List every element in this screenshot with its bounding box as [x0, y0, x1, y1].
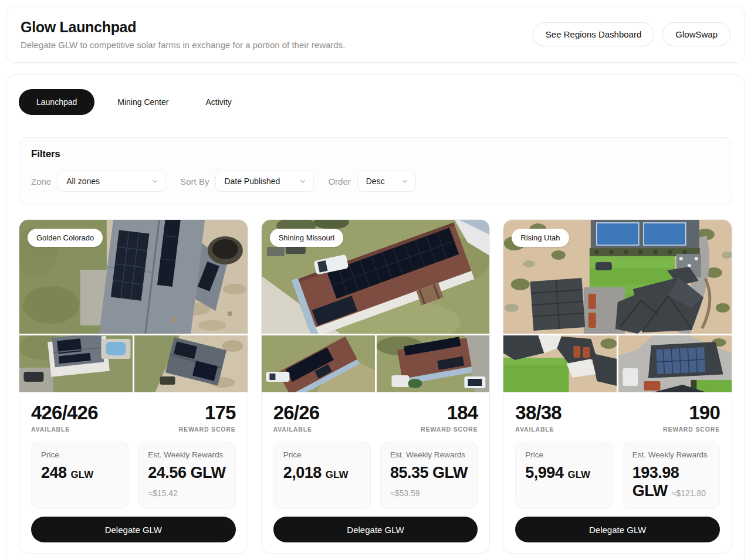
zone-select-value: All zones: [66, 177, 100, 186]
farm-info-boxes: Price 5,994 GLW Est. Weekly Rewards 193.…: [515, 442, 720, 509]
sort-filter-label: Sort By: [180, 177, 209, 186]
order-select[interactable]: Desc: [357, 171, 416, 192]
available-value: 26/26: [273, 402, 320, 423]
farm-photo-thumb-2[interactable]: [134, 335, 248, 392]
reward-score-stat: 190 REWARD SCORE: [663, 402, 720, 433]
farm-card-body: 426/426 AVAILABLE 175 REWARD SCORE Price: [19, 392, 248, 553]
reward-score-label: REWARD SCORE: [421, 426, 478, 433]
rewards-box: Est. Weekly Rewards 85.35 GLW ≈$53.59: [380, 442, 478, 509]
zone-select[interactable]: All zones: [57, 171, 166, 192]
farm-stats: 426/426 AVAILABLE 175 REWARD SCORE: [31, 402, 236, 433]
available-label: AVAILABLE: [273, 426, 320, 433]
farm-card-grid: Golden Colorado: [19, 219, 732, 554]
available-label: AVAILABLE: [31, 426, 98, 433]
price-value: 248 GLW: [41, 464, 119, 482]
tab-launchpad[interactable]: Launchpad: [19, 89, 94, 115]
aerial-photo-barn-solar-2: [262, 335, 375, 392]
farm-card-golden-colorado: Golden Colorado: [19, 219, 248, 554]
available-stat: 38/38 AVAILABLE: [515, 402, 561, 433]
farm-photos: Shining Missouri: [262, 220, 490, 392]
rewards-label: Est. Weekly Rewards: [148, 450, 225, 459]
main-panel: Launchpad Mining Center Activity Filters…: [6, 74, 745, 560]
farm-card-rising-utah: Rising Utah: [503, 219, 732, 554]
header-actions: See Regions Dashboard GlowSwap: [533, 22, 730, 46]
aerial-photo-house-pool: [19, 335, 133, 392]
price-unit: GLW: [567, 469, 590, 480]
delegate-glw-button[interactable]: Delegate GLW: [515, 517, 720, 542]
chevron-down-icon: [151, 178, 158, 185]
farm-photo-thumb-1[interactable]: [262, 335, 375, 392]
tab-mining-center[interactable]: Mining Center: [103, 89, 182, 115]
rewards-value: 85.35 GLW ≈$53.59: [390, 464, 468, 500]
farm-photo-thumbs: [503, 335, 732, 392]
farm-photo-main[interactable]: Golden Colorado: [19, 220, 248, 334]
rewards-usd-approx: ≈$121.80: [672, 488, 706, 498]
price-box: Price 5,994 GLW: [515, 442, 613, 509]
page-subtitle: Delegate GLW to competitive solar farms …: [21, 40, 345, 50]
reward-score-label: REWARD SCORE: [179, 426, 236, 433]
see-regions-dashboard-button[interactable]: See Regions Dashboard: [533, 22, 654, 46]
farm-zone-badge: Rising Utah: [512, 229, 569, 247]
farm-card-body: 38/38 AVAILABLE 190 REWARD SCORE Price: [503, 392, 732, 553]
header-text: Glow Launchpad Delegate GLW to competiti…: [21, 19, 345, 50]
filters-panel: Filters Zone All zones Sort By Date Publ…: [19, 137, 732, 205]
page-title: Glow Launchpad: [21, 19, 345, 36]
reward-score-value: 184: [421, 402, 478, 423]
rewards-label: Est. Weekly Rewards: [390, 450, 468, 459]
rewards-usd-approx: ≈$53.59: [390, 488, 420, 498]
order-filter-label: Order: [328, 177, 350, 186]
available-value: 38/38: [515, 402, 561, 423]
available-stat: 26/26 AVAILABLE: [273, 402, 320, 433]
farm-photos: Golden Colorado: [19, 220, 248, 392]
aerial-photo-barn-solar-3: [377, 335, 490, 392]
zone-filter-group: Zone All zones: [31, 171, 166, 192]
price-value: 2,018 GLW: [283, 464, 361, 482]
available-label: AVAILABLE: [515, 426, 561, 433]
price-label: Price: [525, 450, 603, 459]
farm-photo-thumb-2[interactable]: [618, 335, 732, 392]
delegate-glw-button[interactable]: Delegate GLW: [31, 517, 236, 542]
farm-photo-thumbs: [262, 335, 490, 392]
aerial-photo-house-desert: [134, 335, 248, 392]
farm-photo-thumb-2[interactable]: [377, 335, 490, 392]
price-value: 5,994 GLW: [525, 464, 603, 482]
price-box: Price 248 GLW: [31, 442, 128, 509]
farm-photo-thumbs: [19, 335, 248, 392]
rewards-value: 193.98 GLW ≈$121.80: [632, 464, 710, 500]
farm-photo-main[interactable]: Shining Missouri: [262, 220, 490, 334]
reward-score-value: 190: [663, 402, 720, 423]
farm-stats: 38/38 AVAILABLE 190 REWARD SCORE: [515, 402, 720, 433]
sort-filter-group: Sort By Date Published: [180, 171, 314, 192]
rewards-box: Est. Weekly Rewards 193.98 GLW ≈$121.80: [623, 442, 720, 509]
available-value: 426/426: [31, 402, 98, 423]
reward-score-value: 175: [179, 402, 236, 423]
aerial-photo-solar-garage: [618, 335, 732, 392]
glowswap-button[interactable]: GlowSwap: [662, 22, 730, 46]
delegate-glw-button[interactable]: Delegate GLW: [273, 517, 478, 542]
farm-card-shining-missouri: Shining Missouri: [261, 219, 490, 554]
page-header: Glow Launchpad Delegate GLW to competiti…: [6, 6, 745, 63]
farm-photos: Rising Utah: [503, 220, 732, 392]
price-box: Price 2,018 GLW: [273, 442, 371, 509]
page: Glow Launchpad Delegate GLW to competiti…: [0, 0, 751, 560]
chevron-down-icon: [299, 178, 306, 185]
rewards-value: 24.56 GLW ≈$15.42: [148, 464, 225, 500]
price-unit: GLW: [71, 469, 94, 480]
order-filter-group: Order Desc: [328, 171, 415, 192]
aerial-photo-house-lawn: [503, 335, 617, 392]
farm-photo-main[interactable]: Rising Utah: [503, 220, 732, 334]
sort-by-select-value: Date Published: [224, 177, 280, 186]
farm-zone-badge: Shining Missouri: [270, 229, 343, 247]
farm-stats: 26/26 AVAILABLE 184 REWARD SCORE: [273, 402, 478, 433]
farm-photo-thumb-1[interactable]: [19, 335, 133, 392]
rewards-usd-approx: ≈$15.42: [148, 488, 178, 498]
farm-photo-thumb-1[interactable]: [503, 335, 617, 392]
rewards-label: Est. Weekly Rewards: [632, 450, 710, 459]
sort-by-select[interactable]: Date Published: [215, 171, 314, 192]
farm-card-body: 26/26 AVAILABLE 184 REWARD SCORE Price: [262, 392, 490, 553]
price-label: Price: [41, 450, 119, 459]
tab-activity[interactable]: Activity: [191, 89, 245, 115]
rewards-unit: GLW: [632, 482, 668, 500]
zone-filter-label: Zone: [31, 177, 51, 186]
reward-score-stat: 184 REWARD SCORE: [421, 402, 478, 433]
